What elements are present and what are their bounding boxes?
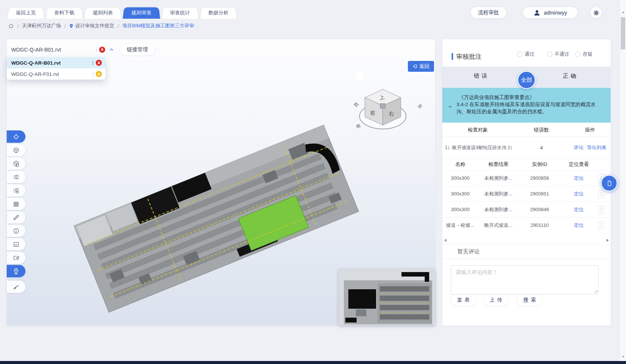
search-label: 搜索: [523, 297, 538, 303]
info-icon: [13, 228, 19, 234]
scroll-left-arrow-icon[interactable]: [444, 239, 446, 242]
radio-label: 通过: [525, 51, 534, 58]
file-status-badge: A: [99, 47, 105, 53]
search-comments-button[interactable]: 搜索: [517, 294, 542, 306]
table-horizontal-scrollbar[interactable]: [442, 235, 611, 245]
chevron-up-icon[interactable]: [109, 47, 114, 52]
locate-link[interactable]: 定位: [561, 191, 597, 197]
scrollbar-thumb[interactable]: [621, 17, 625, 49]
settings-button[interactable]: [590, 7, 602, 18]
breadcrumb-home[interactable]: [8, 23, 14, 29]
annotate-pencil-icon: [13, 255, 19, 261]
tool-measure[interactable]: [7, 211, 25, 223]
tool-model-tree[interactable]: [7, 144, 25, 156]
breadcrumb-separator: /: [117, 23, 119, 29]
tab-downloads[interactable]: 资料下载: [46, 7, 83, 19]
tool-annotate[interactable]: [7, 252, 25, 264]
detail-table-row: 300x300 未检测到参... 2900846 定位 ⋮: [442, 201, 611, 217]
model-isolate-cube-icon: [13, 160, 19, 167]
section-plane-icon: [13, 187, 19, 194]
filter-tab-label: 正确: [563, 73, 578, 79]
summary-col-actions: 操作: [569, 127, 611, 133]
export-list-link[interactable]: 导出列表: [587, 144, 607, 151]
detail-col-name: 名称: [442, 161, 478, 168]
summary-col-errors: 错误数: [513, 127, 569, 133]
model-viewport[interactable]: WDGC-Q-AR-B01.rvt ⋮ A 链接管理 WDGC-Q-AR-B01…: [7, 39, 435, 326]
radio-pass[interactable]: 通过: [517, 51, 534, 58]
breadcrumb-project[interactable]: 天津蓟州万达广场: [22, 22, 61, 29]
row-more-button[interactable]: ⋮: [598, 221, 604, 229]
floorplan-minimap[interactable]: [339, 269, 435, 326]
model-file-dropdown: WDGC-Q-AR-B01.rvt ⋮ A WDGC-Q-AR-F01.rvt …: [7, 57, 106, 80]
textarea-resize-handle[interactable]: [593, 289, 598, 293]
link-manage-button[interactable]: 链接管理: [120, 44, 155, 55]
workflow-approval-button[interactable]: 流程审批: [471, 7, 506, 18]
detail-col-id: 实例ID: [519, 161, 561, 168]
crosshair-icon: [13, 133, 19, 140]
tool-issue-pin[interactable]: [7, 265, 25, 277]
file-more-handle-icon[interactable]: ⋮: [91, 60, 94, 66]
dropdown-file-label: WDGC-Q-AR-F01.rvt: [11, 71, 91, 77]
comment-input[interactable]: [451, 265, 599, 294]
filter-tab-correct[interactable]: 正确: [563, 73, 578, 80]
tool-model-isolate[interactable]: [7, 157, 25, 170]
window-bottom-edge: [0, 361, 626, 364]
summary-table-row[interactable]: 1）敞开坡道设3耐轮压排水沟 2）封闭 4 评论 导出列表: [442, 137, 611, 159]
tool-info[interactable]: [7, 225, 25, 237]
dropdown-item-file-b01[interactable]: WDGC-Q-AR-B01.rvt ⋮ A: [7, 57, 106, 68]
element-name: 300x300: [442, 175, 478, 181]
tab-back-home[interactable]: 返回上页: [7, 7, 45, 19]
tab-rule-list[interactable]: 规则列表: [84, 7, 122, 19]
tool-section-box[interactable]: [7, 171, 25, 183]
active-rule-card[interactable]: 《万达商业项目施工图审查要点》 3.4-2 在车道敞开段终端及车道底部应设置与坡…: [442, 88, 611, 123]
radio-circle-icon: [575, 52, 580, 57]
reset-view-home-icon[interactable]: [353, 69, 366, 82]
breadcrumb-current: 项目BIM模型及施工图第三方评审: [122, 22, 194, 29]
row-more-button[interactable]: ⋮: [598, 206, 604, 214]
publish-label: 发表: [457, 297, 472, 303]
comment-link[interactable]: 评论: [574, 144, 584, 151]
filter-tab-all[interactable]: 全部: [517, 71, 535, 89]
tab-rule-review[interactable]: 规则审查: [123, 7, 160, 19]
tab-data-analysis[interactable]: 数据分析: [200, 7, 237, 19]
upload-attachment-button[interactable]: 上传: [483, 294, 509, 306]
breadcrumb-submission[interactable]: 设计审核文件提交: [69, 22, 114, 29]
dropdown-item-file-f01[interactable]: WDGC-Q-AR-F01.rvt ⋮ A: [7, 68, 106, 80]
radio-circle-icon: [547, 52, 552, 57]
locate-link[interactable]: 定位: [561, 206, 597, 213]
locate-link[interactable]: 定位: [561, 222, 597, 229]
scroll-up-arrow-icon[interactable]: ▲: [620, 10, 626, 14]
view-cube[interactable]: 西 南 东 上 前 右: [345, 83, 433, 134]
tool-send[interactable]: [7, 281, 25, 293]
scroll-down-arrow-icon[interactable]: ▼: [620, 355, 626, 358]
tab-label: 数据分析: [208, 10, 229, 16]
row-more-button[interactable]: ⋮: [598, 190, 604, 198]
tab-review-stats[interactable]: 审查统计: [161, 7, 199, 19]
breadcrumb-label: 项目BIM模型及施工图第三方评审: [122, 22, 194, 29]
dropdown-file-label: WDGC-Q-AR-B01.rvt: [11, 60, 91, 66]
viewer-back-label: 返回: [419, 63, 430, 70]
model-file-select[interactable]: WDGC-Q-AR-B01.rvt ⋮ A: [7, 42, 117, 57]
gear-icon: [593, 10, 599, 16]
breadcrumb-label: 设计审核文件提交: [75, 22, 114, 29]
page-vertical-scrollbar[interactable]: ▲ ▼: [620, 0, 626, 361]
file-more-handle-icon[interactable]: ⋮: [91, 71, 94, 77]
workflow-approval-label: 流程审批: [478, 9, 499, 16]
publish-comment-button[interactable]: 发表: [451, 294, 476, 306]
rule-collapse-chevron-icon[interactable]: [448, 104, 453, 109]
filter-tab-errors[interactable]: 错误: [474, 73, 489, 80]
viewer-back-button[interactable]: 返回: [408, 61, 434, 72]
tool-locate-crosshair[interactable]: [7, 130, 25, 143]
top-tab-bar: 返回上页 资料下载 规则列表 规则审查 审查统计 数据分析: [7, 6, 237, 19]
compass-south-label: 南: [355, 123, 361, 129]
tool-grid[interactable]: [7, 198, 25, 210]
radio-fail[interactable]: 不通过: [547, 51, 569, 58]
radio-doubt[interactable]: 存疑: [575, 51, 592, 58]
document-fab-button[interactable]: [601, 175, 617, 191]
tool-section-plane[interactable]: [7, 184, 25, 197]
scroll-right-arrow-icon[interactable]: [607, 239, 609, 242]
user-menu[interactable]: adminwyy: [523, 7, 577, 18]
file-more-handle-icon[interactable]: ⋮: [94, 47, 98, 52]
tool-snapshot[interactable]: [7, 238, 25, 250]
locate-link[interactable]: 定位: [561, 175, 597, 182]
